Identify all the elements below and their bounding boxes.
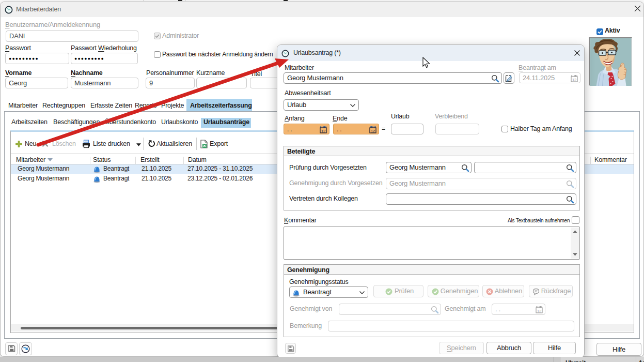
svg-text:12: 12: [572, 78, 576, 82]
svg-text:12: 12: [371, 129, 375, 133]
svg-text:12: 12: [321, 129, 325, 133]
svg-text:12: 12: [537, 309, 541, 313]
